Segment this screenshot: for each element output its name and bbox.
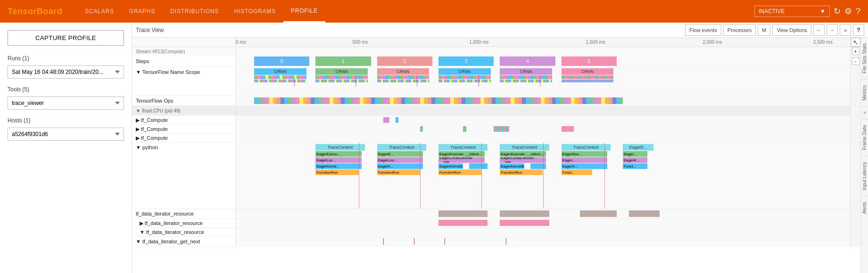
- compute-content-0[interactable]: [236, 116, 850, 124]
- iterator3-row: ▼ tf_data_iterator_resource: [132, 228, 860, 237]
- func-run-0: FunctionRun: [315, 169, 358, 175]
- hosts-select[interactable]: a5264f9301d6: [8, 128, 124, 141]
- file-size-stats-tab[interactable]: File Size Stats: [861, 40, 868, 77]
- compute-label-1[interactable]: ▶ tf_Compute: [132, 125, 236, 133]
- cpu-label[interactable]: ▼ /host:CPU (pid 49): [132, 106, 236, 115]
- c1-b3: [562, 126, 574, 132]
- crnn-4: CRNN: [500, 68, 552, 75]
- eager-kernel-5: Funct...: [623, 163, 647, 169]
- iterator-content[interactable]: [236, 209, 850, 218]
- zoom-in-button[interactable]: +: [852, 48, 860, 55]
- py-vline-2: [481, 143, 482, 209]
- py-vline-0: [359, 143, 359, 209]
- eager-exec-3: EagerExecute: __infere...: [500, 151, 546, 157]
- steps-row: Steps 0 1 2 3 4 5 -: [132, 56, 860, 67]
- steps-content[interactable]: 0 1 2 3 4 5: [236, 56, 850, 67]
- ns-sub-1: [315, 75, 368, 79]
- cpu-header-row: ▼ /host:CPU (pid 49): [132, 106, 860, 116]
- iter2-b0: [438, 220, 488, 226]
- eager-exec-1: EagerE...: [377, 151, 423, 157]
- eager-local-3: EagerLocalExecute: __infe...: [500, 157, 546, 163]
- func-run-4: Funct...: [562, 169, 592, 175]
- func-run-3: FunctionRun: [500, 169, 543, 175]
- view-options-button[interactable]: View Options: [772, 24, 811, 36]
- crnn-2: CRNN: [377, 68, 430, 75]
- tf-ops-blocks: [254, 97, 623, 104]
- status-text: INACTIVE: [759, 8, 785, 15]
- python-row: ▼ python TraceContext TraceContext Trace…: [132, 143, 860, 209]
- tf-ops-content[interactable]: [236, 96, 850, 105]
- runs-select[interactable]: Sat May 16 04:48:09 2020/train/20...: [8, 65, 124, 79]
- hosts-section: Hosts (1) a5264f9301d6: [8, 117, 124, 141]
- nav-profile[interactable]: PROFILE: [283, 0, 325, 23]
- iterator3-label[interactable]: ▼ tf_data_iterator_resource: [132, 228, 236, 236]
- name-scope-label[interactable]: ▼ TensorFlow Name Scope: [132, 67, 236, 96]
- trace-help-button[interactable]: ?: [853, 24, 864, 36]
- crnn-3: CRNN: [438, 68, 491, 75]
- select-tool-button[interactable]: ↖: [851, 38, 860, 47]
- vline-2: [417, 75, 417, 87]
- tools-select[interactable]: trace_viewer: [8, 96, 124, 110]
- compute-content-1[interactable]: [236, 125, 850, 133]
- zoom-out-button[interactable]: -: [852, 57, 860, 65]
- close-panel-button[interactable]: ✕: [863, 108, 867, 117]
- iter-b0: [438, 210, 488, 217]
- gn-vline-1: [414, 238, 414, 245]
- nav-scalars[interactable]: SCALARS: [77, 0, 122, 23]
- nav-links: SCALARS GRAPHS DISTRIBUTIONS HISTOGRAMS …: [77, 0, 754, 23]
- status-dropdown[interactable]: INACTIVE ▼: [754, 6, 830, 17]
- iterator3-content[interactable]: [236, 228, 850, 236]
- nav-fast-forward-button[interactable]: »: [840, 24, 851, 36]
- ns-sub2-2: [377, 80, 430, 82]
- gn-vline-3: [506, 238, 506, 245]
- nav-left-button[interactable]: ←: [813, 24, 825, 36]
- eager-local-2: EagerLocalExecute: __infe...: [438, 157, 485, 163]
- nav-graphs[interactable]: GRAPHS: [122, 0, 163, 23]
- func-run-1: FunctionRun: [377, 169, 420, 175]
- ruler-1500ms: 1,500 ms: [586, 40, 605, 45]
- alerts-tab[interactable]: Alerts: [861, 198, 868, 218]
- frame-data-tab[interactable]: Frame Data: [861, 121, 868, 154]
- name-scope-content[interactable]: CRNN CRNN CRNN CRNN CRNN CRNN: [236, 67, 850, 96]
- stream-row: Stream #813(Compute) +: [132, 47, 860, 56]
- iterator-row: tf_data_iterator_resource: [132, 209, 860, 219]
- py-vline-1: [420, 143, 421, 209]
- refresh-icon[interactable]: ↻: [834, 6, 841, 16]
- m-button[interactable]: M: [758, 24, 770, 36]
- py-vline-3: [543, 143, 544, 209]
- tools-label: Tools (5): [8, 86, 124, 93]
- compute-content-2[interactable]: [236, 134, 850, 142]
- nav-distributions[interactable]: DISTRIBUTIONS: [163, 0, 226, 23]
- py-vline-4: [604, 143, 605, 209]
- compute-label-2[interactable]: ▶ tf_Compute: [132, 134, 236, 142]
- steps-label: Steps: [132, 56, 236, 67]
- python-label[interactable]: ▼ python: [132, 143, 236, 209]
- compute-row-2: ▶ tf_Compute: [132, 134, 860, 143]
- iterator2-content[interactable]: [236, 219, 850, 227]
- get-next-label[interactable]: ▼ tf_data_iterator_get_next: [132, 237, 236, 246]
- nav-right-button[interactable]: →: [827, 24, 838, 36]
- iter-b2: [580, 210, 617, 217]
- metrics-tab[interactable]: Metrics: [861, 81, 868, 104]
- c1-b0: [420, 126, 423, 132]
- iterator2-label[interactable]: ▶ tf_data_iterator_resource: [132, 219, 236, 227]
- eager-local-4: Eager...: [562, 157, 608, 163]
- get-next-content[interactable]: [236, 237, 850, 246]
- nav-histograms[interactable]: HISTOGRAMS: [226, 0, 283, 23]
- flow-events-button[interactable]: Flow events: [685, 24, 721, 36]
- python-content[interactable]: TraceContext TraceContext TraceContext T…: [236, 143, 850, 209]
- capture-profile-button[interactable]: CAPTURE PROFILE: [8, 30, 124, 46]
- eager-exec-2: EagerExecute: __infere...: [438, 151, 485, 157]
- ruler-2000ms: 2,000 ms: [703, 40, 722, 45]
- help-icon[interactable]: ?: [856, 7, 860, 16]
- eager-local-0: EagerLoc...: [315, 157, 362, 163]
- ns-sub-0: [254, 75, 306, 79]
- stream-content[interactable]: [236, 47, 850, 56]
- ruler-0ms: 0 ms: [236, 40, 246, 45]
- trace-ctx-2: TraceContext: [438, 144, 488, 151]
- compute-label-0[interactable]: ▶ tf_Compute: [132, 116, 236, 124]
- input-latency-tab[interactable]: Input Latency: [861, 158, 868, 194]
- settings-icon[interactable]: ⚙: [844, 6, 852, 16]
- processes-button[interactable]: Processes: [723, 24, 756, 36]
- func-run-2: FunctionRun: [438, 169, 481, 175]
